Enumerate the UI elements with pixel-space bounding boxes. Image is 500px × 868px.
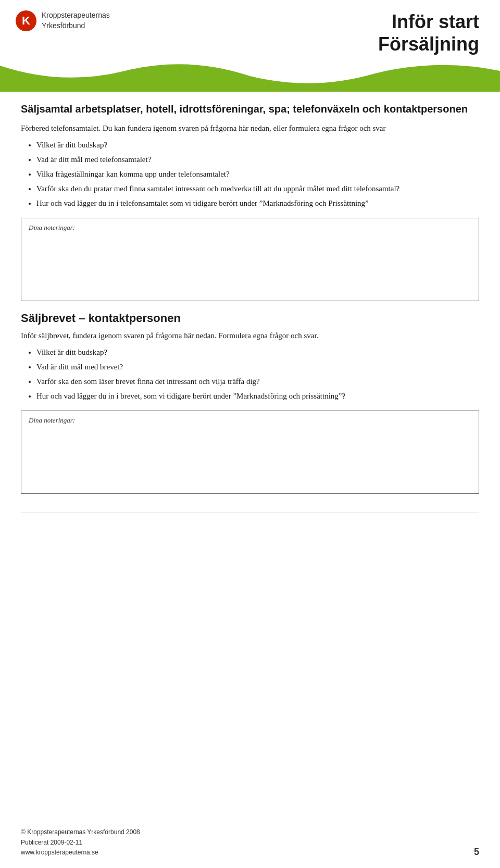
footer-page-number: 5 xyxy=(474,847,479,858)
notes-label-1: Dina noteringar: xyxy=(29,224,471,232)
title-main: Inför start xyxy=(378,10,479,33)
footer-line1: © Kroppsterapeuternas Yrkesförbund 2008 xyxy=(21,827,140,837)
svg-text:K: K xyxy=(22,14,30,27)
header: K Kroppsterapeuternas Yrkesförbund Inför… xyxy=(0,0,500,55)
notes-label-2: Dina noteringar: xyxy=(29,416,471,425)
list-item: Hur och vad lägger du in i brevet, som v… xyxy=(36,390,479,402)
wave-decoration xyxy=(0,60,500,92)
list-item: Vilket är ditt budskap? xyxy=(36,139,479,151)
logo-line1: Kroppsterapeuternas xyxy=(42,10,110,21)
page-container: K Kroppsterapeuternas Yrkesförbund Inför… xyxy=(0,0,500,868)
footer-line2: Publicerat 2009-02-11 xyxy=(21,838,140,848)
title-sub: Försäljning xyxy=(378,33,479,55)
footer: © Kroppsterapeuternas Yrkesförbund 2008 … xyxy=(0,827,500,858)
list-item: Varför ska den som läser brevet finna de… xyxy=(36,375,479,388)
section2-heading: Säljbrevet – kontaktpersonen xyxy=(21,312,479,325)
footer-divider xyxy=(21,513,479,513)
list-item: Vad är ditt mål med telefonsamtalet? xyxy=(36,153,479,166)
section1-bullet-list: Vilket är ditt budskap? Vad är ditt mål … xyxy=(21,139,479,209)
section2-intro: Inför säljbrevet, fundera igenom svaren … xyxy=(21,329,479,342)
section2-bullet-list: Vilket är ditt budskap? Vad är ditt mål … xyxy=(21,346,479,402)
section1-heading: Säljsamtal arbetsplatser, hotell, idrott… xyxy=(21,102,479,116)
main-content: Säljsamtal arbetsplatser, hotell, idrott… xyxy=(0,92,500,513)
section1-intro: Förbered telefonsamtalet. Du kan fundera… xyxy=(21,122,479,134)
list-item: Varför ska den du pratar med finna samta… xyxy=(36,182,479,195)
logo-text: Kroppsterapeuternas Yrkesförbund xyxy=(42,10,110,31)
list-item: Vilka frågeställningar kan komma upp und… xyxy=(36,168,479,180)
organization-logo-icon: K xyxy=(16,10,36,31)
notes-box-1: Dina noteringar: xyxy=(21,218,479,301)
title-area: Inför start Försäljning xyxy=(378,10,479,55)
notes-box-2: Dina noteringar: xyxy=(21,411,479,494)
list-item: Vad är ditt mål med brevet? xyxy=(36,361,479,373)
footer-left: © Kroppsterapeuternas Yrkesförbund 2008 … xyxy=(21,827,140,858)
list-item: Vilket är ditt budskap? xyxy=(36,346,479,358)
list-item: Hur och vad lägger du in i telefonsamtal… xyxy=(36,197,479,209)
footer-line3: www.kroppsterapeuterna.se xyxy=(21,848,140,858)
logo-area: K Kroppsterapeuternas Yrkesförbund xyxy=(16,10,110,31)
logo-line2: Yrkesförbund xyxy=(42,21,110,31)
